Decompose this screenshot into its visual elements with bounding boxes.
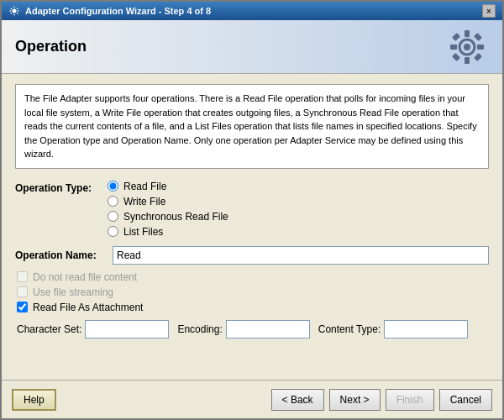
do-not-read-checkbox[interactable]	[17, 271, 28, 282]
description-text: The File Adapter supports four operation…	[24, 93, 477, 159]
title-gear-icon	[8, 5, 20, 17]
header-band: Operation	[2, 20, 502, 74]
description-box: The File Adapter supports four operation…	[15, 84, 489, 169]
char-set-group: Character Set:	[17, 320, 169, 339]
operation-name-label: Operation Name:	[15, 249, 108, 261]
do-not-read-label: Do not read file content	[33, 271, 137, 283]
radio-list-files-input[interactable]	[108, 226, 118, 237]
do-not-read-row: Do not read file content	[17, 271, 489, 283]
operation-name-input[interactable]	[113, 246, 489, 265]
radio-write-file-input[interactable]	[108, 196, 118, 207]
radio-sync-read-input[interactable]	[108, 211, 118, 222]
operation-type-section: Operation Type: Read File Write File Syn…	[15, 181, 489, 238]
operation-name-row: Operation Name:	[15, 246, 489, 265]
encoding-input[interactable]	[226, 320, 310, 339]
attachment-checkbox[interactable]	[17, 302, 28, 312]
svg-rect-6	[477, 45, 484, 50]
back-button[interactable]: < Back	[271, 389, 324, 411]
streaming-row: Use file streaming	[17, 286, 489, 298]
svg-rect-4	[465, 57, 470, 64]
svg-rect-5	[450, 45, 457, 50]
svg-point-2	[464, 44, 470, 50]
svg-rect-9	[452, 53, 460, 61]
radio-read-file[interactable]: Read File	[108, 181, 228, 192]
title-bar: Adapter Configuration Wizard - Step 4 of…	[2, 2, 502, 20]
streaming-checkbox[interactable]	[17, 286, 28, 297]
radio-read-file-input[interactable]	[108, 181, 118, 192]
content-type-label: Content Type:	[318, 323, 381, 335]
footer: Help < Back Next > Finish Cancel	[2, 380, 502, 418]
operation-type-label: Operation Type:	[15, 181, 108, 194]
char-set-input[interactable]	[85, 320, 169, 339]
encoding-label: Encoding:	[177, 323, 222, 335]
radio-sync-read[interactable]: Synchronous Read File	[108, 211, 228, 223]
encoding-group: Encoding:	[177, 320, 309, 339]
radio-write-file-label: Write File	[123, 196, 165, 207]
footer-right: < Back Next > Finish Cancel	[271, 389, 492, 411]
content-type-group: Content Type:	[318, 320, 469, 339]
svg-rect-3	[465, 30, 470, 37]
content-area: The File Adapter supports four operation…	[2, 74, 502, 380]
radio-write-file[interactable]: Write File	[108, 196, 228, 207]
footer-left: Help	[12, 389, 56, 411]
close-button[interactable]: ×	[482, 4, 496, 18]
streaming-label: Use file streaming	[33, 286, 113, 298]
radio-sync-read-label: Synchronous Read File	[123, 211, 228, 223]
radio-read-file-label: Read File	[123, 181, 166, 192]
svg-rect-8	[474, 33, 482, 41]
radio-list-files[interactable]: List Files	[108, 226, 228, 238]
header-gear-icon	[445, 25, 489, 69]
finish-button[interactable]: Finish	[386, 389, 434, 411]
svg-point-0	[13, 9, 17, 13]
content-type-input[interactable]	[384, 320, 468, 339]
fields-row: Character Set: Encoding: Content Type:	[17, 320, 489, 339]
cancel-button[interactable]: Cancel	[439, 389, 492, 411]
attachment-label: Read File As Attachment	[33, 302, 143, 313]
radio-group: Read File Write File Synchronous Read Fi…	[108, 181, 228, 238]
attachment-row: Read File As Attachment	[17, 302, 489, 313]
help-button[interactable]: Help	[12, 389, 56, 411]
title-text: Adapter Configuration Wizard - Step 4 of…	[25, 6, 211, 16]
svg-rect-10	[474, 53, 482, 61]
wizard-window: Adapter Configuration Wizard - Step 4 of…	[0, 0, 504, 420]
next-button[interactable]: Next >	[329, 389, 381, 411]
title-bar-left: Adapter Configuration Wizard - Step 4 of…	[8, 5, 211, 17]
svg-rect-7	[452, 33, 460, 41]
page-title: Operation	[15, 38, 87, 55]
radio-list-files-label: List Files	[123, 226, 163, 238]
char-set-label: Character Set:	[17, 323, 81, 335]
